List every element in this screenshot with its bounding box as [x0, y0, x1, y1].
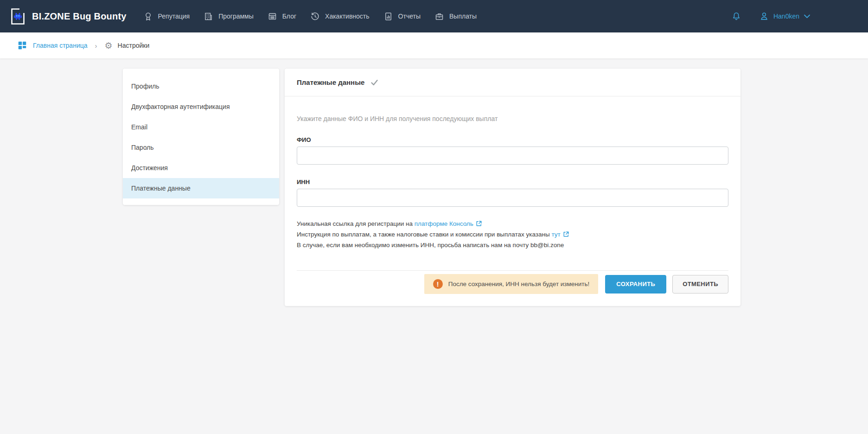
- note-line-1: Уникальная ссылка для регистрации на пла…: [297, 219, 728, 230]
- save-button[interactable]: СОХРАНИТЬ: [605, 275, 666, 294]
- bizone-bug-logo-icon: [9, 7, 26, 26]
- note-1-text: Уникальная ссылка для регистрации на: [297, 220, 415, 227]
- warning-exclamation-icon: !: [433, 279, 443, 289]
- console-platform-link[interactable]: платформе Консоль: [415, 220, 473, 227]
- sidebar-item-2fa[interactable]: Двухфакторная аутентификация: [123, 96, 279, 117]
- footer-divider: [297, 270, 728, 271]
- nav-item-reports[interactable]: Отчеты: [383, 12, 421, 21]
- external-link-icon: [476, 220, 482, 230]
- breadcrumb-home-label: Главная страница: [33, 42, 88, 49]
- external-link-icon: [563, 230, 569, 240]
- sidebar-item-payment-data[interactable]: Платежные данные: [123, 178, 279, 198]
- nav-item-hackactivity[interactable]: Хакактивность: [310, 12, 370, 21]
- sidebar-item-password[interactable]: Пароль: [123, 137, 279, 158]
- panel-body: Укажите данные ФИО и ИНН для получения п…: [285, 96, 740, 306]
- nav-item-reputation[interactable]: Репутация: [143, 12, 190, 21]
- warning-text: После сохранения, ИНН нельзя будет измен…: [448, 281, 590, 287]
- breadcrumb: Главная страница › ⚙ Настройки: [0, 32, 868, 58]
- notes-block: Уникальная ссылка для регистрации на пла…: [297, 219, 728, 250]
- inn-input[interactable]: [297, 189, 728, 207]
- settings-page: BI.ZONE Bug Bounty Репутация: [0, 0, 868, 434]
- gear-icon: ⚙: [105, 41, 113, 50]
- nav-label: Отчеты: [398, 13, 421, 20]
- footer-actions: ! После сохранения, ИНН нельзя будет изм…: [297, 274, 728, 294]
- payment-data-panel: Платежные данные Укажите данные ФИО и ИН…: [285, 69, 740, 306]
- user-person-icon: [759, 11, 769, 21]
- note-line-3: В случае, если вам необходимо изменить И…: [297, 240, 728, 250]
- building-icon: [204, 12, 213, 21]
- blog-icon: [268, 12, 277, 21]
- nav-item-payouts[interactable]: Выплаты: [434, 12, 477, 21]
- checkmark-icon: [370, 79, 378, 86]
- nav-item-programs[interactable]: Программы: [204, 12, 254, 21]
- cancel-button[interactable]: ОТМЕНИТЬ: [672, 275, 728, 294]
- chevron-down-icon: [804, 14, 811, 19]
- nav-label: Хакактивность: [325, 13, 370, 20]
- panel-header: Платежные данные: [285, 69, 740, 96]
- navbar-right: Han0ken: [731, 11, 811, 22]
- breadcrumb-separator: ›: [95, 42, 97, 50]
- username: Han0ken: [773, 13, 799, 20]
- top-navbar: BI.ZONE Bug Bounty Репутация: [0, 0, 868, 32]
- sidebar-item-email[interactable]: Email: [123, 117, 279, 137]
- nav-label: Репутация: [158, 13, 190, 20]
- medal-icon: [143, 12, 153, 21]
- breadcrumb-home-link[interactable]: Главная страница: [17, 40, 88, 51]
- sidebar-item-profile[interactable]: Профиль: [123, 76, 279, 96]
- inn-label: ИНН: [297, 179, 728, 185]
- history-clock-icon: [310, 12, 320, 21]
- note-2-text: Инструкция по выплатам, а также налоговы…: [297, 231, 551, 238]
- dashboard-grid-icon: [17, 40, 27, 51]
- note-line-2: Инструкция по выплатам, а также налоговы…: [297, 230, 728, 240]
- brand-title: BI.ZONE Bug Bounty: [32, 11, 127, 22]
- main-menu: Репутация Программы: [143, 12, 491, 21]
- breadcrumb-current: ⚙ Настройки: [105, 41, 150, 50]
- nav-label: Выплаты: [449, 13, 477, 20]
- form-description: Укажите данные ФИО и ИНН для получения п…: [297, 115, 728, 122]
- inn-warning-banner: ! После сохранения, ИНН нельзя будет изм…: [424, 274, 599, 294]
- notifications-bell-icon[interactable]: [731, 11, 741, 22]
- user-menu[interactable]: Han0ken: [759, 11, 811, 21]
- payout-instructions-link[interactable]: тут: [551, 231, 560, 238]
- settings-sidebar: Профиль Двухфакторная аутентификация Ema…: [123, 69, 279, 205]
- briefcase-icon: [434, 12, 444, 21]
- fio-input[interactable]: [297, 147, 728, 165]
- fio-label: ФИО: [297, 136, 728, 143]
- brand-logo[interactable]: BI.ZONE Bug Bounty: [9, 7, 127, 26]
- nav-label: Программы: [218, 13, 254, 20]
- report-document-icon: [383, 12, 393, 21]
- sidebar-item-achievements[interactable]: Достижения: [123, 158, 279, 178]
- breadcrumb-current-label: Настройки: [118, 42, 150, 49]
- nav-label: Блог: [282, 13, 296, 20]
- page-title: Платежные данные: [297, 78, 364, 86]
- nav-item-blog[interactable]: Блог: [268, 12, 296, 21]
